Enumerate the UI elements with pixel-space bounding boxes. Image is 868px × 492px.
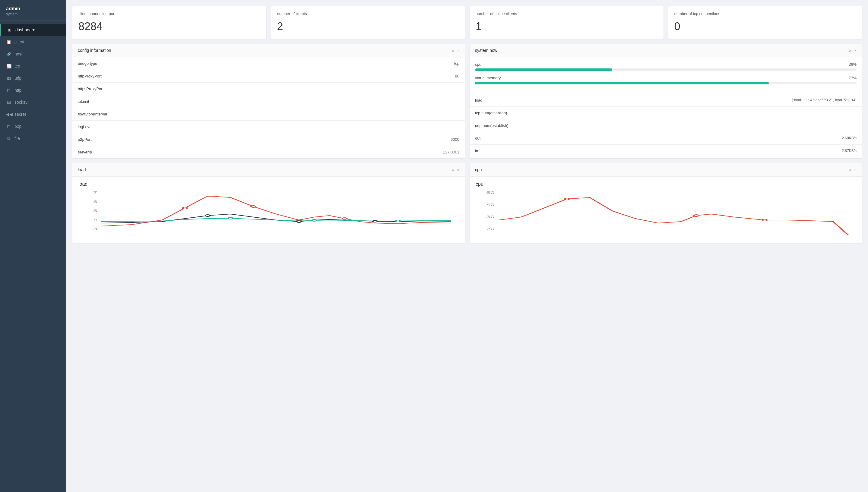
config-key-1: httpProxyPort	[78, 74, 102, 78]
charts-row: load ∧ × load 7	[72, 163, 862, 243]
svg-point-29	[694, 215, 699, 217]
config-key-0: bridge type	[78, 61, 97, 66]
config-key-5: logLevel	[78, 124, 92, 129]
config-row-5: logLevel	[72, 121, 465, 133]
system-info-row-4: in2.87KB/s	[469, 145, 862, 157]
config-key-4: flowStoreInterval	[78, 112, 107, 116]
sidebar-item-socks5[interactable]: ▤socks5	[0, 96, 66, 108]
host-nav-icon: 🔗	[6, 52, 11, 56]
sidebar-item-label-p2p: p2p	[15, 124, 21, 129]
config-val-1: 80	[455, 74, 459, 78]
load-collapse-btn[interactable]: ∧	[452, 168, 455, 172]
system-info-key-1: tcp num(establish)	[475, 110, 507, 115]
stat-card-0: client connection port8284	[72, 6, 266, 39]
load-chart-svg: 7 6 5 4 3	[78, 190, 459, 238]
middle-panels: config information ∧ × bridge typetcphtt…	[72, 44, 862, 158]
sidebar-item-label-host: host	[15, 52, 22, 56]
cpu-progress-fill	[475, 69, 612, 71]
stat-card-2: number of online clients1	[469, 6, 664, 39]
sidebar-item-tcp[interactable]: 📈tcp	[0, 60, 66, 72]
load-panel: load ∧ × load 7	[72, 163, 465, 243]
config-key-2: httpsProxyPort	[78, 87, 103, 91]
stat-label-2: number of online clients	[476, 11, 657, 16]
svg-text:7: 7	[93, 191, 97, 194]
cpu-collapse-btn[interactable]: ∧	[849, 168, 852, 172]
p2p-nav-icon: ◻	[6, 124, 11, 129]
sidebar-item-label-http: http	[15, 88, 21, 93]
system-panel: system now ∧ × cpu 36%	[469, 44, 862, 158]
config-panel-body: bridge typetcphttpProxyPort80httpsProxyP…	[72, 57, 465, 158]
system-panel-body: cpu 36% virtual memory 77%	[469, 57, 862, 157]
system-collapse-btn[interactable]: ∧	[849, 48, 852, 53]
cpu-chart-container: 50 40 30 20	[476, 190, 856, 238]
svg-text:50: 50	[486, 191, 495, 194]
cpu-metric: cpu 36%	[475, 62, 857, 71]
stat-value-3: 0	[674, 20, 856, 33]
system-info-key-2: udp num(establish)	[475, 123, 508, 128]
svg-text:30: 30	[486, 215, 495, 219]
sidebar-item-host[interactable]: 🔗host	[0, 48, 66, 60]
load-close-btn[interactable]: ×	[457, 168, 459, 172]
sidebar-item-file[interactable]: 🖥file	[0, 132, 66, 144]
config-val-6: 6000	[451, 137, 459, 142]
config-row-1: httpProxyPort80	[72, 70, 465, 82]
sidebar-header: admin system	[0, 0, 66, 21]
sidebar-item-p2p[interactable]: ◻p2p	[0, 120, 66, 132]
system-info-val-3: 2.60KB/s	[842, 136, 857, 141]
svg-point-19	[396, 220, 400, 222]
cpu-pct: 36%	[849, 62, 857, 67]
system-panel-title: system now	[475, 48, 497, 53]
cpu-chart-title: cpu	[476, 181, 856, 187]
udp-nav-icon: ▦	[6, 76, 11, 80]
sidebar-item-dashboard[interactable]: ⊞dashboard	[0, 24, 66, 36]
config-row-7: serverIp127.0.0.1	[72, 146, 465, 158]
system-info-row-3: out2.60KB/s	[469, 132, 862, 145]
cpu-label: cpu	[475, 62, 481, 67]
svg-text:5: 5	[93, 209, 97, 213]
config-close-btn[interactable]: ×	[457, 48, 459, 53]
config-key-7: serverIp	[78, 150, 92, 154]
stats-row: client connection port8284number of clie…	[72, 6, 862, 39]
svg-text:4: 4	[93, 218, 97, 222]
svg-point-16	[373, 220, 377, 222]
cpu-close-btn[interactable]: ×	[854, 168, 857, 172]
sidebar-item-secret[interactable]: ◀◀secret	[0, 108, 66, 120]
cpu-panel-controls: ∧ ×	[849, 168, 857, 172]
client-nav-icon: 📋	[6, 40, 11, 44]
load-panel-header: load ∧ ×	[72, 163, 465, 177]
sidebar-nav: ⊞dashboard📋client🔗host📈tcp▦udp◻http▤sock…	[0, 24, 66, 144]
http-nav-icon: ◻	[6, 88, 11, 93]
sidebar-item-label-socks5: socks5	[15, 100, 28, 105]
file-nav-icon: 🖥	[6, 136, 11, 141]
stat-value-2: 1	[476, 20, 657, 33]
vmem-progress-fill	[475, 82, 769, 84]
config-panel: config information ∧ × bridge typetcphtt…	[72, 44, 465, 158]
stat-label-0: client connection port	[78, 11, 260, 16]
svg-point-13	[342, 218, 347, 219]
stat-label-3: number of tcp connections	[674, 11, 856, 16]
sidebar-item-udp[interactable]: ▦udp	[0, 72, 66, 84]
sidebar-item-client[interactable]: 📋client	[0, 36, 66, 48]
tcp-nav-icon: 📈	[6, 64, 11, 69]
config-table: bridge typetcphttpProxyPort80httpsProxyP…	[72, 57, 465, 158]
socks5-nav-icon: ▤	[6, 100, 11, 105]
svg-point-30	[763, 219, 767, 221]
svg-point-15	[297, 221, 301, 222]
svg-point-10	[183, 207, 187, 209]
system-info-row-1: tcp num(establish)	[469, 107, 862, 119]
config-collapse-btn[interactable]: ∧	[452, 48, 455, 53]
system-info-val-4: 2.87KB/s	[842, 149, 857, 153]
system-close-btn[interactable]: ×	[854, 48, 857, 53]
system-info-key-3: out	[475, 136, 480, 141]
load-chart-title: load	[78, 181, 459, 187]
system-info-row-2: udp num(establish)	[469, 119, 862, 132]
main-content: client connection port8284number of clie…	[66, 0, 868, 492]
config-row-2: httpsProxyPort	[72, 82, 465, 95]
load-panel-controls: ∧ ×	[452, 168, 459, 172]
username: admin	[6, 6, 60, 11]
svg-point-18	[312, 219, 316, 221]
config-row-4: flowStoreInterval	[72, 108, 465, 121]
system-metrics-section: cpu 36% virtual memory 77%	[469, 57, 862, 94]
config-panel-controls: ∧ ×	[452, 48, 459, 53]
sidebar-item-http[interactable]: ◻http	[0, 84, 66, 96]
